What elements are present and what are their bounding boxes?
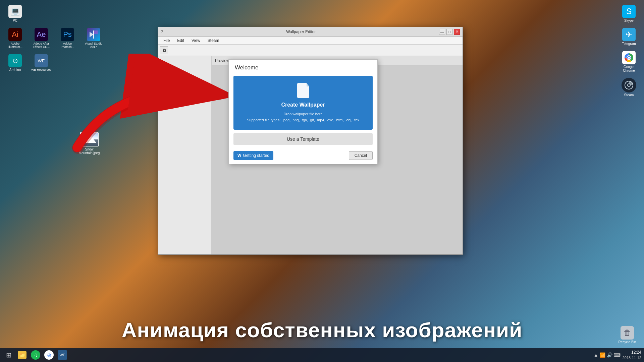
getting-started-label: Getting started — [243, 153, 269, 158]
taskbar-spotify[interactable]: ♫ — [30, 349, 42, 361]
preview-tab-label: Preview — [215, 58, 229, 63]
create-wallpaper-dropzone[interactable]: Create Wallpaper Drop wallpaper file her… — [233, 76, 373, 130]
desktop-icon-chrome[interactable]: Google Chrome — [617, 50, 641, 74]
menu-view[interactable]: View — [188, 38, 204, 44]
cancel-button[interactable]: Cancel — [349, 151, 373, 160]
taskbar-chrome-icon: ⊕ — [44, 350, 54, 360]
desktop-icon-steam[interactable]: Steam — [617, 76, 641, 98]
arduino-icon: ⊙ — [8, 54, 22, 67]
taskbar-we-resources[interactable]: WE — [56, 349, 68, 361]
getting-started-button[interactable]: W Getting started — [233, 151, 273, 160]
desktop-icon-we[interactable]: WE WE Resources — [30, 53, 53, 73]
snow-mountain-label: Snow Mountain.jpeg — [77, 147, 101, 155]
desktop-icon-ae[interactable]: Ae Adobe After Effects CC... — [30, 26, 53, 50]
welcome-dialog: Welcome Create Wallpaper Drop wallpaper … — [228, 59, 378, 164]
taskbar-we-icon: WE — [58, 350, 67, 360]
taskbar-file-explorer[interactable]: 📁 — [16, 349, 28, 361]
taskbar-system-tray: ▲ 📶 🔊 ⌨ 12:24 2018-11-12 — [594, 350, 641, 360]
toolbar: ⧉ — [158, 45, 463, 56]
help-button[interactable]: ? — [161, 29, 163, 34]
file-icon — [297, 83, 309, 98]
menu-edit[interactable]: Edit — [174, 38, 187, 44]
desktop-icon-label-skype: Skype — [624, 19, 634, 22]
tray-keyboard-icon: ⌨ — [614, 352, 621, 358]
desktop-icon-label-steam: Steam — [624, 93, 634, 97]
close-button[interactable]: ✕ — [454, 29, 460, 35]
window-title: Wallpaper Editor — [163, 29, 439, 34]
desktop-icon-label-ai: Adobe Illustrator... — [5, 42, 25, 49]
minimize-button[interactable]: — — [439, 29, 445, 35]
desktop-icon-label-vs: Visual Studio 2017 — [83, 42, 104, 49]
maximize-button[interactable]: □ — [446, 29, 452, 35]
skype-icon: S — [622, 5, 636, 18]
toolbar-copy-button[interactable]: ⧉ — [160, 46, 168, 54]
tray-network-icon: 📶 — [600, 352, 605, 358]
svg-point-6 — [628, 57, 630, 59]
desktop-icon-label-chrome: Google Chrome — [619, 65, 639, 72]
telegram-icon: ✈ — [622, 28, 636, 41]
spotify-icon: ♫ — [31, 350, 40, 360]
desktop: 💻 PC Ai Adobe Illustrator... Ae Adobe Af… — [0, 0, 644, 362]
window-controls: — □ ✕ — [439, 29, 460, 35]
welcome-title: Welcome — [229, 60, 377, 74]
tray-icons: ▲ 📶 🔊 ⌨ — [594, 352, 621, 358]
desktop-icon-arduino[interactable]: ⊙ Arduino — [3, 53, 27, 73]
create-wallpaper-title: Create Wallpaper — [239, 102, 367, 108]
desktop-icon-label-arduino: Arduino — [9, 68, 21, 72]
we-icon: WE — [35, 54, 48, 67]
desktop-icon-label-ae: Adobe After Effects CC... — [31, 42, 52, 49]
steam-icon — [622, 78, 636, 93]
bottom-overlay-text: Анимация собственных изображений — [0, 318, 644, 342]
ps-icon: Ps — [61, 28, 74, 41]
title-bar: ? Wallpaper Editor — □ ✕ — [158, 27, 463, 37]
taskbar-time-display: 12:24 — [623, 350, 641, 355]
desktop-icon-label-ps: Adobe Photosh... — [57, 42, 78, 49]
svg-rect-2 — [94, 31, 98, 34]
desktop-icon-ps[interactable]: Ps Adobe Photosh... — [56, 26, 79, 50]
start-button[interactable]: ⊞ — [3, 349, 15, 361]
ai-icon: Ai — [8, 28, 22, 41]
tray-volume-icon[interactable]: 🔊 — [607, 352, 612, 358]
taskbar-date-display: 2018-11-12 — [623, 355, 641, 360]
chrome-icon — [622, 51, 636, 64]
desktop-icon-telegram[interactable]: ✈ Telegram — [617, 26, 641, 47]
svg-point-10 — [628, 84, 630, 86]
editor-body: Preview Welcome Create Wallpaper Drop wa… — [158, 56, 463, 254]
desktop-icon-pc[interactable]: 💻 PC — [3, 3, 27, 24]
vs-icon — [87, 28, 100, 41]
getting-started-icon: W — [237, 153, 241, 158]
wallpaper-editor-window: ? Wallpaper Editor — □ ✕ File Edit View … — [158, 27, 463, 255]
taskbar-clock[interactable]: 12:24 2018-11-12 — [623, 350, 641, 360]
snow-mountain-thumbnail — [80, 132, 99, 146]
desktop-icons-topleft: 💻 PC Ai Adobe Illustrator... Ae Adobe Af… — [3, 3, 105, 73]
desktop-icon-vs[interactable]: Visual Studio 2017 — [82, 26, 105, 50]
svg-rect-1 — [93, 31, 94, 39]
taskbar-chrome[interactable]: ⊕ — [43, 349, 55, 361]
welcome-footer: W Getting started Cancel — [229, 148, 377, 164]
menu-file[interactable]: File — [160, 38, 173, 44]
menu-steam[interactable]: Steam — [204, 38, 223, 44]
desktop-icon-label-telegram: Telegram — [622, 42, 636, 46]
ae-icon: Ae — [35, 28, 48, 41]
editor-main: Preview Welcome Create Wallpaper Drop wa… — [212, 56, 463, 254]
tray-chevron-icon[interactable]: ▲ — [594, 352, 598, 358]
menu-bar: File Edit View Steam — [158, 37, 463, 45]
desktop-icon-ai[interactable]: Ai Adobe Illustrator... — [3, 26, 27, 50]
desktop-icon-label-pc: PC — [13, 19, 17, 22]
taskbar: ⊞ 📁 ♫ ⊕ WE ▲ 📶 🔊 ⌨ 12:24 2018-11-12 — [0, 348, 644, 362]
create-wallpaper-drop-text: Drop wallpaper file here Supported file … — [239, 111, 367, 123]
editor-sidebar — [158, 56, 212, 254]
desktop-icon-label-we: WE Resources — [31, 68, 51, 71]
desktop-icon-snow-mountain[interactable]: Snow Mountain.jpeg — [77, 132, 101, 155]
use-template-button[interactable]: Use a Template — [233, 133, 373, 145]
desktop-icons-topright: S Skype ✈ Telegram Google — [617, 3, 641, 98]
desktop-icon-skype[interactable]: S Skype — [617, 3, 641, 24]
